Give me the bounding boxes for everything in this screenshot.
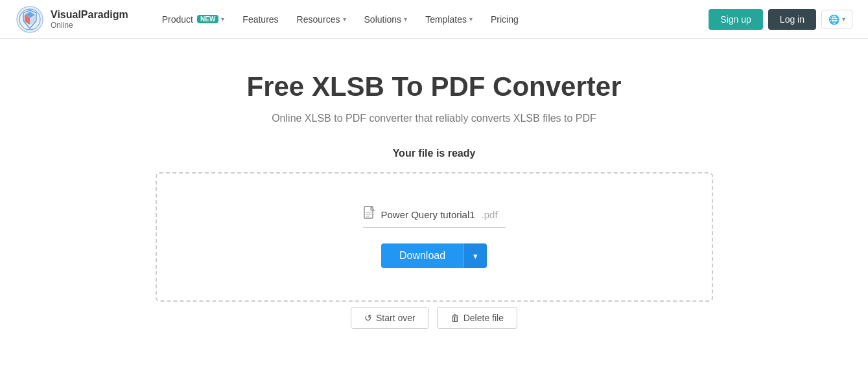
delete-label: Delete file bbox=[463, 313, 504, 323]
nav-links: Product NEW ▾ Features Resources ▾ Solut… bbox=[154, 10, 709, 28]
main-content: Free XLSB To PDF Converter Online XLSB t… bbox=[0, 39, 868, 355]
logo-text: VisualParadigm Online bbox=[51, 8, 128, 30]
start-over-label: Start over bbox=[376, 313, 416, 323]
nav-pricing[interactable]: Pricing bbox=[483, 10, 526, 28]
page-subtitle: Online XLSB to PDF converter that reliab… bbox=[272, 113, 596, 124]
logo-subtitle: Online bbox=[51, 21, 128, 30]
nav-templates[interactable]: Templates ▾ bbox=[417, 10, 480, 28]
nav-product-badge: NEW bbox=[197, 15, 218, 23]
download-chevron-icon: ▾ bbox=[473, 251, 478, 261]
nav-solutions-chevron-icon: ▾ bbox=[404, 16, 407, 23]
file-name: Power Query tutorial1 bbox=[381, 209, 475, 220]
nav-templates-label: Templates bbox=[425, 14, 467, 25]
action-buttons: ↺ Start over 🗑 Delete file bbox=[351, 307, 517, 329]
globe-icon: 🌐 bbox=[828, 14, 839, 25]
nav-actions: Sign up Log in 🌐 ▾ bbox=[709, 9, 852, 30]
start-over-icon: ↺ bbox=[364, 313, 372, 323]
nav-product[interactable]: Product NEW ▾ bbox=[154, 10, 233, 28]
nav-resources-chevron-icon: ▾ bbox=[343, 16, 346, 23]
file-info: Power Query tutorial1 .pdf bbox=[363, 206, 506, 228]
navbar: VisualParadigm Online Product NEW ▾ Feat… bbox=[0, 0, 868, 39]
drop-zone: Power Query tutorial1 .pdf Download ▾ bbox=[156, 172, 713, 302]
file-ext: .pdf bbox=[482, 209, 498, 220]
logo-title: VisualParadigm bbox=[51, 8, 128, 21]
delete-icon: 🗑 bbox=[451, 313, 460, 323]
nav-solutions-label: Solutions bbox=[364, 14, 402, 25]
file-ready-label: Your file is ready bbox=[393, 148, 476, 159]
nav-features[interactable]: Features bbox=[235, 10, 286, 28]
nav-solutions[interactable]: Solutions ▾ bbox=[357, 10, 416, 28]
logo-link[interactable]: VisualParadigm Online bbox=[16, 5, 128, 34]
download-button-group: Download ▾ bbox=[381, 243, 487, 268]
nav-resources-label: Resources bbox=[297, 14, 340, 25]
nav-product-label: Product bbox=[162, 14, 193, 25]
signup-button[interactable]: Sign up bbox=[709, 9, 762, 30]
nav-pricing-label: Pricing bbox=[491, 14, 519, 25]
login-button[interactable]: Log in bbox=[768, 9, 816, 30]
nav-product-chevron-icon: ▾ bbox=[221, 16, 224, 23]
nav-resources[interactable]: Resources ▾ bbox=[289, 10, 354, 28]
nav-features-label: Features bbox=[242, 14, 278, 25]
file-doc-icon bbox=[363, 206, 376, 223]
language-button[interactable]: 🌐 ▾ bbox=[821, 10, 852, 29]
download-dropdown-button[interactable]: ▾ bbox=[463, 243, 487, 268]
nav-templates-chevron-icon: ▾ bbox=[469, 16, 473, 23]
language-chevron-icon: ▾ bbox=[842, 16, 845, 23]
start-over-button[interactable]: ↺ Start over bbox=[351, 307, 429, 329]
delete-file-button[interactable]: 🗑 Delete file bbox=[437, 307, 517, 329]
logo-icon bbox=[16, 5, 44, 34]
page-title: Free XLSB To PDF Converter bbox=[247, 71, 622, 102]
download-button[interactable]: Download bbox=[381, 243, 463, 268]
